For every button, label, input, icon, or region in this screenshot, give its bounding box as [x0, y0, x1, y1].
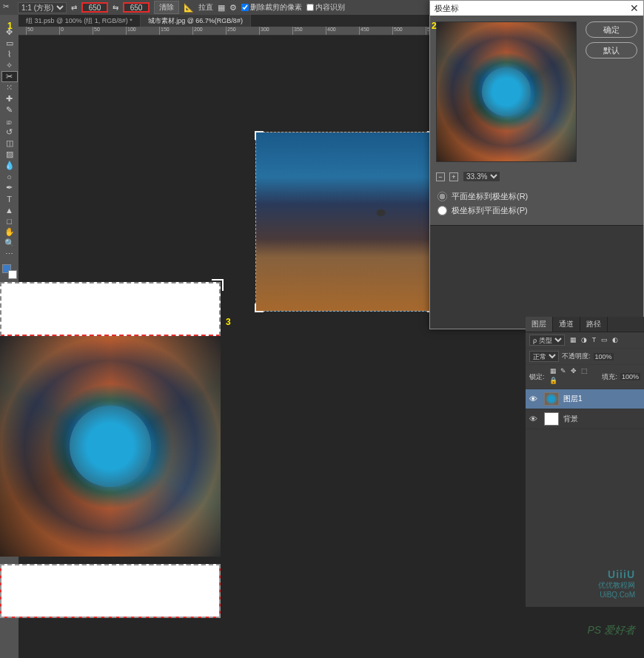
dialog-below-area [430, 225, 643, 329]
polar-result-image[interactable] [0, 336, 221, 557]
color-swatches[interactable] [2, 264, 17, 279]
brush-tool[interactable]: ✎ [1, 104, 18, 115]
spot-heal-tool[interactable]: ✚ [1, 93, 18, 104]
blend-mode-select[interactable]: 正常 [529, 351, 559, 362]
layer-kind-select[interactable]: ρ 类型 [529, 335, 565, 346]
fill-value[interactable]: 100% [620, 373, 640, 380]
tab-layers[interactable]: 图层 [526, 317, 553, 332]
layer-thumbnail[interactable] [544, 412, 559, 426]
crop-tool-icon: ✂ [3, 2, 13, 13]
zoom-in-icon[interactable]: + [449, 172, 458, 181]
watermark-ps: PS 爱好者 [587, 624, 635, 637]
layer-name[interactable]: 图层1 [563, 394, 583, 404]
zoom-out-icon[interactable]: − [436, 172, 445, 181]
zoom-tool[interactable]: 🔍 [1, 238, 18, 249]
blur-tool[interactable]: 💧 [1, 160, 18, 171]
magic-wand-tool[interactable]: ✧ [1, 60, 18, 71]
layers-list: 👁 图层1 👁 背景 [526, 389, 644, 429]
layer-filter-row: ρ 类型 ▦◑T▭◐ [526, 332, 644, 349]
pen-tool[interactable]: ✒ [1, 182, 18, 193]
straighten-icon[interactable]: 📐 [184, 3, 194, 13]
city-image-with-crop[interactable] [255, 132, 435, 312]
layer-row-0[interactable]: 👁 图层1 [526, 389, 644, 409]
filter-preview[interactable] [436, 21, 577, 162]
clear-button[interactable]: 清除 [154, 1, 179, 14]
doc-tab-0[interactable]: 组 31.psb @ 100% (组 1, RGB/8#) * [19, 15, 141, 27]
straighten-label: 拉直 [198, 2, 213, 13]
delete-cropped-checkbox[interactable]: 删除裁剪的像素 [241, 2, 302, 13]
close-icon[interactable]: ✕ [630, 2, 639, 14]
layer-thumbnail[interactable] [544, 392, 559, 406]
type-tool[interactable]: T [1, 193, 18, 204]
panel-tabs: 图层 通道 路径 [526, 317, 644, 332]
preview-zoom-row: − + 33.3% [430, 168, 643, 185]
horizontal-ruler: 50 0 50 100 150 200 250 300 350 400 450 … [19, 27, 429, 36]
eyedropper-tool[interactable]: ⁙ [1, 82, 18, 93]
crop-tool[interactable]: ✂ [1, 71, 18, 82]
crop-handles[interactable] [256, 132, 435, 311]
polar-coordinates-dialog: 极坐标 ✕ 确定 默认 − + 33.3% 平面坐标到极坐标(R) 极坐标到平面… [429, 0, 644, 329]
crop-settings-icon[interactable]: ⚙ [229, 3, 237, 13]
lock-icons[interactable]: ▦✎✥⬚🔒 [548, 367, 600, 386]
layer-row-1[interactable]: 👁 背景 [526, 409, 644, 429]
aspect-ratio-preset[interactable]: 1:1 (方形) [18, 2, 67, 13]
rectangle-tool[interactable]: □ [1, 215, 18, 226]
eraser-tool[interactable]: ◫ [1, 138, 18, 149]
hand-tool[interactable]: ✋ [1, 226, 18, 238]
zoom-level-select[interactable]: 33.3% [463, 171, 500, 182]
blend-opacity-row: 正常 不透明度: 100% [526, 349, 644, 365]
annotation-marker-3: 3 [226, 317, 231, 327]
layer-filter-icons[interactable]: ▦◑T▭◐ [568, 335, 620, 346]
right-panel-group: 图层 通道 路径 ρ 类型 ▦◑T▭◐ 正常 不透明度: 100% 锁定: ▦✎… [526, 317, 644, 607]
swap-icon[interactable]: ⇄ [71, 4, 77, 12]
visibility-icon[interactable]: 👁 [529, 414, 540, 423]
doc-tab-1[interactable]: 城市素材.jpg @ 66.7%(RGB/8#) [141, 15, 251, 27]
history-brush-tool[interactable]: ↺ [1, 127, 18, 138]
polar-to-rect-radio[interactable]: 极坐标到平面坐标(P) [437, 204, 636, 218]
path-select-tool[interactable]: ▲ [1, 204, 18, 215]
layer-name[interactable]: 背景 [563, 414, 578, 424]
fill-label: 填充: [602, 372, 617, 382]
crop-top-margin[interactable] [0, 282, 221, 336]
tab-channels[interactable]: 通道 [553, 317, 580, 332]
content-aware-checkbox[interactable]: 内容识别 [306, 2, 345, 13]
edit-toolbar[interactable]: ⋯ [1, 249, 18, 260]
overlay-options-icon[interactable]: ▦ [218, 3, 225, 13]
rect-marquee-tool[interactable]: ▭ [1, 38, 18, 49]
opacity-value[interactable]: 100% [594, 353, 614, 360]
reset-button[interactable]: 默认 [586, 42, 637, 58]
lasso-tool[interactable]: ⌇ [1, 49, 18, 60]
tab-paths[interactable]: 路径 [580, 317, 608, 332]
dialog-titlebar[interactable]: 极坐标 ✕ [430, 1, 643, 16]
swap-wh-icon[interactable]: ⇆ [113, 4, 118, 12]
annotation-marker-1: 1 [7, 21, 13, 31]
gradient-tool[interactable]: ▨ [1, 149, 18, 160]
rect-to-polar-radio[interactable]: 平面坐标到极坐标(R) [437, 189, 636, 204]
ok-button[interactable]: 确定 [586, 21, 637, 38]
lock-label: 锁定: [529, 372, 545, 382]
crop-bottom-margin[interactable] [0, 564, 221, 618]
background-color[interactable] [8, 270, 17, 279]
watermark-uiiiuiii: UiiiU 优优教程网 UiBQ.CoM [598, 568, 635, 599]
opacity-label: 不透明度: [562, 352, 591, 361]
polar-options: 平面坐标到极坐标(R) 极坐标到平面坐标(P) [430, 185, 643, 225]
annotation-marker-2: 2 [432, 21, 437, 31]
dodge-tool[interactable]: ○ [1, 171, 18, 182]
document-tabs: 组 31.psb @ 100% (组 1, RGB/8#) * 城市素材.jpg… [19, 15, 429, 27]
visibility-icon[interactable]: 👁 [529, 395, 540, 403]
lock-fill-row: 锁定: ▦✎✥⬚🔒 填充: 100% [526, 365, 644, 389]
crop-region-3 [0, 282, 221, 618]
dialog-title: 极坐标 [435, 3, 459, 14]
crop-width-input[interactable] [81, 2, 108, 13]
clone-stamp-tool[interactable]: ⎄ [1, 115, 18, 127]
crop-options-bar: ✂ 1:1 (方形) ⇄ ⇆ 清除 📐 拉直 ▦ ⚙ 删除裁剪的像素 内容识别 [0, 0, 429, 15]
crop-height-input[interactable] [123, 2, 150, 13]
